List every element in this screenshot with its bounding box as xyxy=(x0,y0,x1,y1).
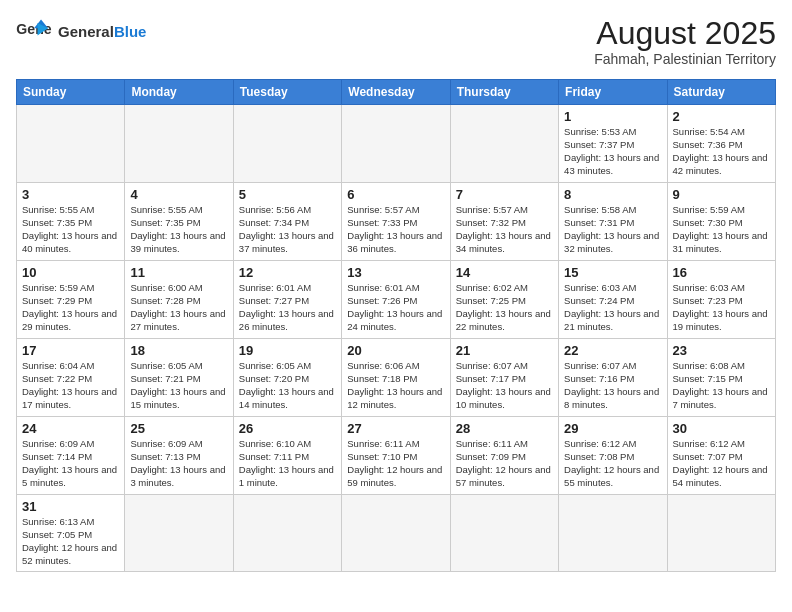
calendar-day-cell xyxy=(559,495,667,572)
calendar-day-cell: 6Sunrise: 5:57 AM Sunset: 7:33 PM Daylig… xyxy=(342,183,450,261)
day-info: Sunrise: 6:13 AM Sunset: 7:05 PM Dayligh… xyxy=(22,516,119,567)
page-header: General GeneralBlue August 2025 Fahmah, … xyxy=(16,16,776,67)
col-header-sunday: Sunday xyxy=(17,80,125,105)
day-number: 29 xyxy=(564,421,661,436)
calendar-day-cell: 3Sunrise: 5:55 AM Sunset: 7:35 PM Daylig… xyxy=(17,183,125,261)
day-number: 27 xyxy=(347,421,444,436)
col-header-friday: Friday xyxy=(559,80,667,105)
day-number: 25 xyxy=(130,421,227,436)
calendar-day-cell: 17Sunrise: 6:04 AM Sunset: 7:22 PM Dayli… xyxy=(17,339,125,417)
calendar-day-cell: 20Sunrise: 6:06 AM Sunset: 7:18 PM Dayli… xyxy=(342,339,450,417)
day-number: 12 xyxy=(239,265,336,280)
day-info: Sunrise: 6:08 AM Sunset: 7:15 PM Dayligh… xyxy=(673,360,770,411)
calendar-day-cell xyxy=(125,105,233,183)
day-info: Sunrise: 6:12 AM Sunset: 7:07 PM Dayligh… xyxy=(673,438,770,489)
day-info: Sunrise: 5:55 AM Sunset: 7:35 PM Dayligh… xyxy=(22,204,119,255)
col-header-wednesday: Wednesday xyxy=(342,80,450,105)
col-header-thursday: Thursday xyxy=(450,80,558,105)
day-info: Sunrise: 5:59 AM Sunset: 7:30 PM Dayligh… xyxy=(673,204,770,255)
day-number: 16 xyxy=(673,265,770,280)
day-number: 30 xyxy=(673,421,770,436)
day-number: 2 xyxy=(673,109,770,124)
calendar-day-cell: 15Sunrise: 6:03 AM Sunset: 7:24 PM Dayli… xyxy=(559,261,667,339)
day-info: Sunrise: 6:06 AM Sunset: 7:18 PM Dayligh… xyxy=(347,360,444,411)
day-number: 10 xyxy=(22,265,119,280)
day-number: 5 xyxy=(239,187,336,202)
calendar-header-row: SundayMondayTuesdayWednesdayThursdayFrid… xyxy=(17,80,776,105)
day-info: Sunrise: 5:55 AM Sunset: 7:35 PM Dayligh… xyxy=(130,204,227,255)
day-number: 11 xyxy=(130,265,227,280)
day-number: 19 xyxy=(239,343,336,358)
day-number: 21 xyxy=(456,343,553,358)
calendar-day-cell xyxy=(233,495,341,572)
calendar-day-cell: 21Sunrise: 6:07 AM Sunset: 7:17 PM Dayli… xyxy=(450,339,558,417)
day-info: Sunrise: 6:05 AM Sunset: 7:20 PM Dayligh… xyxy=(239,360,336,411)
calendar-day-cell: 26Sunrise: 6:10 AM Sunset: 7:11 PM Dayli… xyxy=(233,417,341,495)
col-header-monday: Monday xyxy=(125,80,233,105)
title-block: August 2025 Fahmah, Palestinian Territor… xyxy=(594,16,776,67)
day-info: Sunrise: 6:01 AM Sunset: 7:26 PM Dayligh… xyxy=(347,282,444,333)
day-number: 3 xyxy=(22,187,119,202)
day-info: Sunrise: 6:12 AM Sunset: 7:08 PM Dayligh… xyxy=(564,438,661,489)
day-info: Sunrise: 6:09 AM Sunset: 7:13 PM Dayligh… xyxy=(130,438,227,489)
day-number: 8 xyxy=(564,187,661,202)
calendar-day-cell: 14Sunrise: 6:02 AM Sunset: 7:25 PM Dayli… xyxy=(450,261,558,339)
day-info: Sunrise: 6:11 AM Sunset: 7:10 PM Dayligh… xyxy=(347,438,444,489)
calendar-day-cell: 30Sunrise: 6:12 AM Sunset: 7:07 PM Dayli… xyxy=(667,417,775,495)
day-number: 9 xyxy=(673,187,770,202)
day-info: Sunrise: 6:03 AM Sunset: 7:24 PM Dayligh… xyxy=(564,282,661,333)
col-header-tuesday: Tuesday xyxy=(233,80,341,105)
calendar-day-cell: 2Sunrise: 5:54 AM Sunset: 7:36 PM Daylig… xyxy=(667,105,775,183)
location-subtitle: Fahmah, Palestinian Territory xyxy=(594,51,776,67)
day-number: 26 xyxy=(239,421,336,436)
calendar-day-cell xyxy=(450,105,558,183)
calendar-day-cell: 28Sunrise: 6:11 AM Sunset: 7:09 PM Dayli… xyxy=(450,417,558,495)
day-number: 20 xyxy=(347,343,444,358)
calendar-day-cell: 9Sunrise: 5:59 AM Sunset: 7:30 PM Daylig… xyxy=(667,183,775,261)
day-number: 15 xyxy=(564,265,661,280)
day-info: Sunrise: 6:11 AM Sunset: 7:09 PM Dayligh… xyxy=(456,438,553,489)
calendar-day-cell: 31Sunrise: 6:13 AM Sunset: 7:05 PM Dayli… xyxy=(17,495,125,572)
calendar-day-cell: 27Sunrise: 6:11 AM Sunset: 7:10 PM Dayli… xyxy=(342,417,450,495)
day-info: Sunrise: 6:02 AM Sunset: 7:25 PM Dayligh… xyxy=(456,282,553,333)
calendar-day-cell xyxy=(233,105,341,183)
calendar-day-cell: 4Sunrise: 5:55 AM Sunset: 7:35 PM Daylig… xyxy=(125,183,233,261)
calendar-table: SundayMondayTuesdayWednesdayThursdayFrid… xyxy=(16,79,776,572)
calendar-day-cell: 25Sunrise: 6:09 AM Sunset: 7:13 PM Dayli… xyxy=(125,417,233,495)
day-number: 24 xyxy=(22,421,119,436)
day-info: Sunrise: 6:03 AM Sunset: 7:23 PM Dayligh… xyxy=(673,282,770,333)
calendar-week-row: 24Sunrise: 6:09 AM Sunset: 7:14 PM Dayli… xyxy=(17,417,776,495)
calendar-day-cell xyxy=(125,495,233,572)
calendar-day-cell xyxy=(342,495,450,572)
day-number: 1 xyxy=(564,109,661,124)
day-info: Sunrise: 5:56 AM Sunset: 7:34 PM Dayligh… xyxy=(239,204,336,255)
day-info: Sunrise: 6:09 AM Sunset: 7:14 PM Dayligh… xyxy=(22,438,119,489)
day-info: Sunrise: 5:58 AM Sunset: 7:31 PM Dayligh… xyxy=(564,204,661,255)
day-info: Sunrise: 6:10 AM Sunset: 7:11 PM Dayligh… xyxy=(239,438,336,489)
month-year-title: August 2025 xyxy=(594,16,776,51)
day-number: 31 xyxy=(22,499,119,514)
calendar-week-row: 10Sunrise: 5:59 AM Sunset: 7:29 PM Dayli… xyxy=(17,261,776,339)
calendar-day-cell: 16Sunrise: 6:03 AM Sunset: 7:23 PM Dayli… xyxy=(667,261,775,339)
calendar-day-cell: 5Sunrise: 5:56 AM Sunset: 7:34 PM Daylig… xyxy=(233,183,341,261)
logo-icon: General xyxy=(16,16,52,46)
calendar-day-cell: 23Sunrise: 6:08 AM Sunset: 7:15 PM Dayli… xyxy=(667,339,775,417)
calendar-day-cell: 22Sunrise: 6:07 AM Sunset: 7:16 PM Dayli… xyxy=(559,339,667,417)
day-number: 22 xyxy=(564,343,661,358)
calendar-day-cell xyxy=(17,105,125,183)
calendar-day-cell: 10Sunrise: 5:59 AM Sunset: 7:29 PM Dayli… xyxy=(17,261,125,339)
day-number: 14 xyxy=(456,265,553,280)
calendar-week-row: 31Sunrise: 6:13 AM Sunset: 7:05 PM Dayli… xyxy=(17,495,776,572)
day-number: 18 xyxy=(130,343,227,358)
day-info: Sunrise: 6:01 AM Sunset: 7:27 PM Dayligh… xyxy=(239,282,336,333)
day-number: 13 xyxy=(347,265,444,280)
calendar-day-cell: 18Sunrise: 6:05 AM Sunset: 7:21 PM Dayli… xyxy=(125,339,233,417)
day-info: Sunrise: 5:57 AM Sunset: 7:33 PM Dayligh… xyxy=(347,204,444,255)
day-number: 28 xyxy=(456,421,553,436)
calendar-day-cell: 12Sunrise: 6:01 AM Sunset: 7:27 PM Dayli… xyxy=(233,261,341,339)
calendar-day-cell: 8Sunrise: 5:58 AM Sunset: 7:31 PM Daylig… xyxy=(559,183,667,261)
day-info: Sunrise: 6:05 AM Sunset: 7:21 PM Dayligh… xyxy=(130,360,227,411)
calendar-day-cell: 7Sunrise: 5:57 AM Sunset: 7:32 PM Daylig… xyxy=(450,183,558,261)
logo-text: GeneralBlue xyxy=(58,23,146,40)
day-number: 7 xyxy=(456,187,553,202)
